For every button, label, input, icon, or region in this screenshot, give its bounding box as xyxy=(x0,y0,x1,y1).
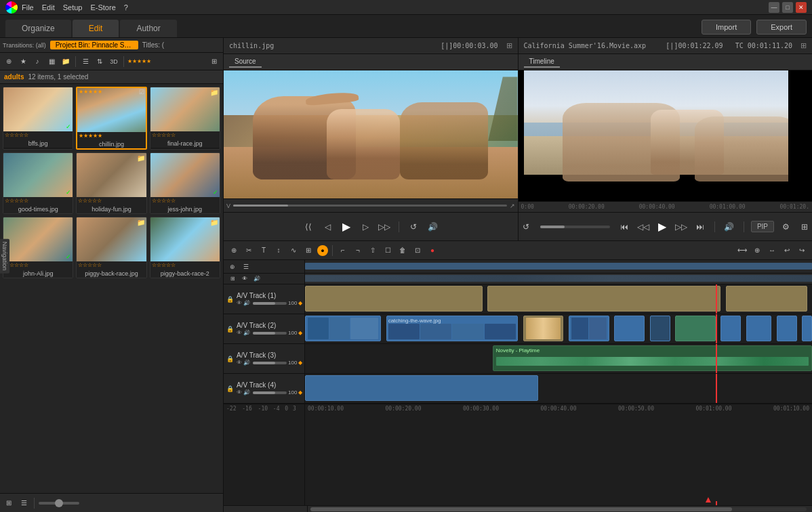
lift-icon[interactable]: ⇧ xyxy=(367,244,379,257)
source-end[interactable]: ▷▷ xyxy=(377,219,392,234)
media-item-jessjohn[interactable]: ✓ ☆☆☆☆☆ jess-john.jpg xyxy=(150,152,220,214)
tl-volume[interactable]: 🔊 xyxy=(722,219,737,234)
menu-edit[interactable]: Edit xyxy=(42,3,55,12)
media-item-chillin[interactable]: ★★★★★ ☑ ★★★★★ chillin.jpg xyxy=(76,87,146,150)
mark-out-icon[interactable]: ¬ xyxy=(352,244,364,257)
track2-volume-slider[interactable] xyxy=(253,332,287,335)
source-next-frame[interactable]: ▷ xyxy=(358,219,373,234)
media-item-holidayfun[interactable]: 📁 ☆☆☆☆☆ holiday-fun.jpg xyxy=(76,152,146,214)
source-loop[interactable]: ↺ xyxy=(406,219,421,234)
track4-audio-icon[interactable]: 🔊 xyxy=(243,389,250,396)
track1-eye-icon[interactable]: 👁 xyxy=(237,300,242,306)
track1-lock-icon[interactable]: 🔒 xyxy=(226,296,234,303)
timeline-tab[interactable]: Timeline xyxy=(524,56,560,68)
menu-estore[interactable]: E-Store xyxy=(90,3,115,12)
track2-clip-11[interactable] xyxy=(802,316,812,341)
track4-volume-slider[interactable] xyxy=(253,391,287,394)
nav-icon[interactable]: ⊞ xyxy=(226,273,239,285)
track1-diamond-icon[interactable]: ◆ xyxy=(298,300,302,306)
film-icon[interactable]: ▦ xyxy=(45,56,58,68)
media-item-piggy1[interactable]: 📁 ☆☆☆☆☆ piggy-back-race.jpg xyxy=(76,217,146,278)
tab-edit[interactable]: Edit xyxy=(73,20,119,37)
star-icon[interactable]: ★ xyxy=(17,56,29,68)
3d-icon[interactable]: 3D xyxy=(108,56,120,68)
menu-file[interactable]: File xyxy=(22,3,34,12)
minimize-button[interactable]: — xyxy=(769,2,779,13)
record-icon[interactable]: ● xyxy=(426,244,439,257)
filter-icon[interactable]: ⊞ xyxy=(208,56,220,68)
snap-icon[interactable]: ⊡ xyxy=(411,244,424,257)
track2-clip-7[interactable] xyxy=(675,316,716,341)
track2-clip-8[interactable] xyxy=(720,316,741,341)
tl-rewind[interactable]: ⏮ xyxy=(617,219,632,234)
sort-icon[interactable]: ⇅ xyxy=(94,56,106,68)
track3-audio-clip[interactable]: Novelty - Playtime xyxy=(493,345,812,371)
tab-author[interactable]: Author xyxy=(120,20,176,37)
tl-end[interactable]: ⏭ xyxy=(693,219,708,234)
source-mark-in[interactable]: V xyxy=(226,202,230,209)
zoom-in-icon[interactable]: ⊕ xyxy=(751,244,763,257)
close-button[interactable]: ✕ xyxy=(796,2,807,13)
track2-clip-2[interactable]: catching-the-wave.jpg xyxy=(386,316,518,341)
redo-icon[interactable]: ↪ xyxy=(796,244,808,257)
source-progress[interactable] xyxy=(233,205,506,207)
timeline-tool5[interactable]: ● xyxy=(317,245,328,256)
source-volume[interactable]: 🔊 xyxy=(425,219,440,234)
tl-settings[interactable]: ⚙ xyxy=(778,219,793,234)
tl-play[interactable]: ▶ xyxy=(655,219,670,234)
list-icon[interactable]: ☰ xyxy=(79,56,92,68)
track3-diamond-icon[interactable]: ◆ xyxy=(298,360,302,366)
export-button[interactable]: Export xyxy=(756,20,807,35)
menu-setup[interactable]: Setup xyxy=(63,3,83,12)
folder-icon[interactable]: 📁 xyxy=(60,56,72,68)
fit-icon[interactable]: ↔ xyxy=(766,244,778,257)
tl-progress[interactable] xyxy=(540,226,610,228)
track3-volume-slider[interactable] xyxy=(253,362,287,364)
project-bin-label[interactable]: Project Bin: Pinnacle Stu... xyxy=(50,41,138,49)
mark-in-icon[interactable]: ⌐ xyxy=(337,244,349,257)
h-scrollbar[interactable] xyxy=(224,505,812,512)
hscroll-track[interactable] xyxy=(310,507,807,511)
tl-next[interactable]: ▷▷ xyxy=(674,219,689,234)
media-item-goodtimes[interactable]: ✓ ☆☆☆☆☆ good-times.jpg xyxy=(3,152,73,214)
tl-prev[interactable]: ◁◁ xyxy=(636,219,651,234)
import-button[interactable]: Import xyxy=(702,20,751,35)
undo-icon[interactable]: ↩ xyxy=(781,244,793,257)
tab-organize[interactable]: Organize xyxy=(5,20,71,37)
track3-lock-icon[interactable]: 🔒 xyxy=(226,356,234,362)
source-play[interactable]: ▶ xyxy=(339,219,354,234)
source-expand-icon[interactable]: ⊞ xyxy=(506,41,512,50)
media-item-bffs[interactable]: ✓ ☆☆☆☆☆ bffs.jpg xyxy=(3,87,73,150)
pip-button[interactable]: PIP xyxy=(751,221,774,232)
track2-clip-9[interactable] xyxy=(746,316,771,341)
track1-clip-2[interactable] xyxy=(487,286,720,312)
tl-aspect[interactable]: ⊞ xyxy=(797,219,812,234)
thumb-size-slider[interactable] xyxy=(39,502,79,505)
track1-audio-icon[interactable]: 🔊 xyxy=(243,300,250,306)
audio-icon[interactable]: 🔊 xyxy=(251,273,263,285)
maximize-button[interactable]: □ xyxy=(782,2,793,13)
track2-clip-6[interactable] xyxy=(650,316,670,341)
track2-diamond-icon[interactable]: ◆ xyxy=(298,330,302,336)
track3-eye-icon[interactable]: 👁 xyxy=(237,360,242,366)
track2-lock-icon[interactable]: 🔒 xyxy=(226,326,234,333)
extract-icon[interactable]: ☐ xyxy=(382,244,394,257)
media-item-johnali[interactable]: ✓ ☆☆☆☆☆ john-Ali.jpg xyxy=(3,217,73,278)
timeline-expand-icon[interactable]: ⊞ xyxy=(800,41,807,50)
track4-diamond-icon[interactable]: ◆ xyxy=(298,389,302,396)
timeline-tool3[interactable]: ∿ xyxy=(287,244,300,257)
track4-clip-1[interactable] xyxy=(305,375,538,401)
track2-eye-icon[interactable]: 👁 xyxy=(237,330,242,336)
hscroll-thumb[interactable] xyxy=(310,507,732,511)
track2-clip-3[interactable] xyxy=(523,316,564,341)
menu-help[interactable]: ? xyxy=(124,3,128,12)
track2-clip-5[interactable] xyxy=(614,316,645,341)
track1-clip-3[interactable] xyxy=(726,286,807,312)
navigation-tab[interactable]: Navigation xyxy=(0,239,9,274)
track1-volume-slider[interactable] xyxy=(253,302,287,305)
track1-clip-1[interactable] xyxy=(305,286,483,312)
master-add-icon[interactable]: ⊕ xyxy=(226,261,239,273)
add-track-icon[interactable]: ⊕ xyxy=(228,244,240,257)
timeline-tool1[interactable]: T xyxy=(258,244,270,257)
delete-icon[interactable]: 🗑 xyxy=(397,244,409,257)
